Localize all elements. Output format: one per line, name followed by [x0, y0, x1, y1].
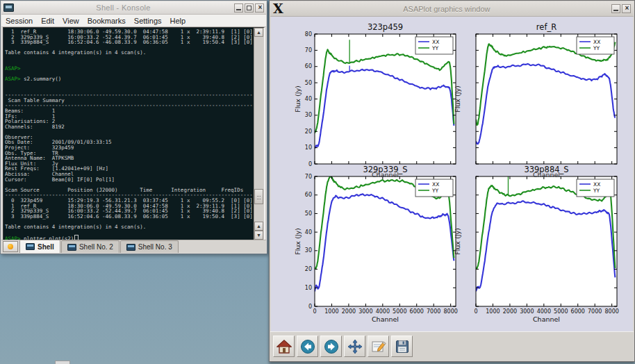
- minimize-button[interactable]: [234, 3, 243, 13]
- subplot-title: 329p339_S: [315, 165, 456, 174]
- pan-button[interactable]: [344, 336, 365, 357]
- legend-label: YY: [593, 188, 600, 194]
- home-icon: [277, 339, 292, 354]
- save-button[interactable]: [391, 336, 413, 357]
- tab-shell-2[interactable]: Shell No. 2: [61, 240, 119, 253]
- terminal-line: Cursor: Beam[0] IF[0] Pol[1]: [5, 177, 253, 183]
- y-tick-label: 50: [305, 210, 312, 217]
- y-tick-label: 10: [305, 144, 312, 151]
- terminal-viewport[interactable]: 1 ref_R 18:30:06.0 -49.59.30.0 04:47:58 …: [3, 27, 265, 240]
- forward-arrow-icon: [324, 339, 339, 354]
- scroll-up-button-2[interactable]: ▲: [254, 222, 263, 231]
- new-session-button[interactable]: [3, 241, 18, 252]
- asaplot-titlebar[interactable]: X ASAPlot graphics window ×: [270, 1, 634, 17]
- subplot-ref_R: ref_R Flux (Jy) XXYY Channel: [476, 34, 617, 164]
- legend-label: XX: [593, 181, 600, 188]
- menu-bookmarks[interactable]: Bookmarks: [83, 16, 130, 26]
- shell-tab-icon: [126, 244, 135, 251]
- x-tick-label: 6000: [410, 308, 424, 315]
- y-tick-label: 0: [308, 304, 312, 310]
- back-button[interactable]: [297, 336, 318, 357]
- x-tick-label: 2000: [503, 308, 517, 315]
- y-tick-label: 60: [305, 192, 312, 198]
- legend-label: YY: [431, 45, 439, 51]
- terminal-line: Table contains 4 integration(s) in 4 sca…: [5, 50, 253, 56]
- y-tick-label: 20: [305, 266, 312, 272]
- y-tick-label: 40: [305, 96, 312, 102]
- legend-label: XX: [432, 39, 439, 45]
- menu-edit[interactable]: Edit: [37, 16, 58, 26]
- figure-canvas: 323p459 Flux (Jy) 01020304050607080XXYY …: [271, 17, 633, 332]
- y-tick-label: 50: [305, 80, 312, 86]
- legend-label: YY: [431, 188, 439, 194]
- y-axis-label: Flux (Jy): [294, 28, 302, 169]
- terminal-line: ASAP>: [5, 66, 253, 72]
- y-tick-label: 70: [305, 47, 312, 53]
- legend-label: XX: [432, 181, 439, 188]
- terminal-scrollbar[interactable]: ▲ ▲ ▼: [254, 28, 264, 240]
- tab-label: Shell No. 3: [138, 243, 172, 251]
- terminal-line: [5, 129, 253, 135]
- x-tick-label: 5000: [554, 308, 568, 315]
- x-tick-label: 1000: [324, 308, 338, 315]
- legend: XXYY: [415, 179, 453, 197]
- terminal-line: [5, 56, 253, 61]
- x-axis-label: Channel: [476, 315, 617, 323]
- terminal-text: 1 ref_R 18:30:06.0 -49.59.30.0 04:47:58 …: [5, 29, 253, 240]
- maximize-icon: [247, 6, 251, 10]
- terminal-line: 3 339p884_S 16:52:04.6 -46.08.33.9 06:36…: [5, 214, 253, 220]
- subplot-title: 339p884_S: [476, 165, 617, 174]
- konsole-titlebar[interactable]: Shell - Konsole ×: [1, 1, 266, 15]
- tab-label: Shell: [38, 243, 54, 251]
- close-button[interactable]: ×: [622, 4, 631, 13]
- close-icon: ×: [622, 4, 632, 12]
- menu-help[interactable]: Help: [166, 16, 190, 26]
- scroll-up-button[interactable]: ▲: [254, 28, 263, 37]
- y-axis-label: Flux (Jy): [454, 28, 461, 169]
- x-tick-label: 0: [313, 308, 316, 315]
- chart-323p459: 01020304050607080XXYY: [315, 34, 456, 164]
- terminal-line: 3 339p884_S 16:52:04.6 -46.08.33.9 06:36…: [5, 40, 253, 45]
- y-axis-label: Flux (Jy): [454, 171, 461, 312]
- konsole-tabbar: Shell Shell No. 2 Shell No. 3: [1, 240, 266, 253]
- x-tick-label: 1000: [486, 308, 500, 315]
- menu-settings[interactable]: Settings: [130, 16, 166, 26]
- configure-subplots-icon: [371, 339, 386, 354]
- tab-shell-3[interactable]: Shell No. 3: [120, 240, 179, 253]
- y-tick-label: 0: [308, 161, 312, 167]
- taskbar-peek: [55, 361, 70, 364]
- x-tick-label: 8000: [604, 308, 618, 315]
- legend: XXYY: [577, 179, 614, 197]
- scroll-down-button[interactable]: ▼: [254, 231, 263, 240]
- x-tick-label: 4000: [537, 308, 551, 315]
- x-tick-label: 0: [474, 308, 477, 315]
- shell-tab-icon: [26, 243, 35, 250]
- konsole-app-icon: [3, 3, 14, 12]
- close-button[interactable]: ×: [255, 3, 264, 13]
- x-tick-label: 3000: [520, 308, 534, 315]
- home-button[interactable]: [273, 336, 295, 357]
- configure-subplots-button[interactable]: [368, 336, 389, 357]
- maximize-button[interactable]: [245, 3, 254, 13]
- chart-ref_R: XXYY: [476, 34, 617, 164]
- konsole-window: Shell - Konsole × Session Edit View Book…: [0, 0, 267, 254]
- shell-tab-icon: [67, 244, 76, 251]
- x-tick-label: 4000: [376, 308, 390, 315]
- subplot-323p459: 323p459 Flux (Jy) 01020304050607080XXYY …: [315, 34, 456, 164]
- chart-339p884_S: 010002000300040005000600070008000XXYY: [476, 176, 617, 306]
- y-tick-label: 80: [305, 31, 312, 38]
- tab-shell[interactable]: Shell: [19, 240, 60, 253]
- legend-label: XX: [593, 39, 600, 45]
- y-tick-label: 30: [305, 247, 312, 254]
- terminal-line: [5, 61, 253, 67]
- minimize-button[interactable]: [611, 4, 620, 13]
- scrollbar-thumb[interactable]: [254, 189, 263, 204]
- x-tick-label: 7000: [588, 308, 602, 315]
- forward-button[interactable]: [320, 336, 342, 357]
- y-axis-label: Flux (Jy): [294, 171, 302, 312]
- y-tick-label: 60: [305, 63, 312, 69]
- x11-logo-icon: X: [273, 2, 283, 15]
- menu-view[interactable]: View: [58, 16, 83, 26]
- menu-session[interactable]: Session: [1, 16, 37, 26]
- y-tick-label: 40: [305, 229, 312, 235]
